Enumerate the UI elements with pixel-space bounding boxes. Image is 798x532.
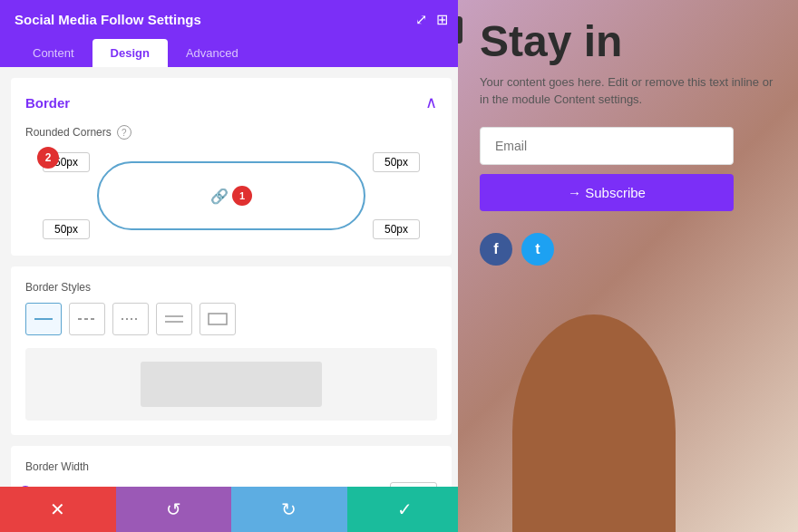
twitter-icon[interactable]: t	[521, 233, 554, 266]
panel-body: Border ∧ Rounded Corners ? 2	[0, 67, 462, 487]
section-header: Border ∧	[25, 92, 437, 112]
corner-br-input[interactable]	[373, 219, 420, 239]
style-double[interactable]	[156, 303, 192, 335]
badge-2: 2	[37, 147, 59, 169]
settings-panel: Social Media Follow Settings ⤢ ⊞ Content…	[0, 0, 462, 532]
bottom-bar: ✕ ↺ ↻ ✓	[0, 487, 462, 532]
help-icon[interactable]: ?	[117, 125, 131, 140]
svg-rect-0	[34, 318, 53, 320]
border-preview-area	[25, 348, 437, 421]
border-preview-inner	[141, 362, 322, 407]
border-style-options	[25, 303, 437, 335]
stay-heading: Stay in	[480, 18, 776, 66]
right-panel-content: Stay in Your content goes here. Edit or …	[458, 0, 798, 284]
email-input[interactable]	[480, 127, 734, 165]
rounded-box: 🔗 1	[97, 161, 365, 230]
tabs-row: Content Design Advanced	[0, 39, 462, 67]
redo-button[interactable]: ↻	[231, 487, 347, 532]
brown-shape	[512, 314, 676, 532]
corner-visualizer: 2 🔗 1	[41, 150, 422, 241]
style-solid[interactable]	[25, 303, 62, 335]
tab-advanced[interactable]: Advanced	[168, 39, 257, 67]
style-dotted[interactable]	[112, 303, 149, 335]
tab-design[interactable]: Design	[92, 39, 168, 67]
border-styles-title: Border Styles	[25, 281, 437, 294]
svg-rect-5	[209, 314, 227, 324]
fullscreen-icon[interactable]: ⤢	[415, 11, 427, 28]
save-button[interactable]: ✓	[347, 487, 463, 532]
rounded-box-container: 🔗 1	[97, 161, 365, 230]
border-width-title: Border Width	[25, 460, 437, 473]
link-badge: 🔗 1	[210, 186, 252, 206]
corner-tr-input[interactable]	[373, 152, 420, 172]
style-groove[interactable]	[200, 303, 236, 335]
style-dashed[interactable]	[69, 303, 105, 335]
right-panel: ✛ ⚙ ⧉ + Stay in Your content goes here. …	[458, 0, 798, 532]
panel-header: Social Media Follow Settings ⤢ ⊞	[0, 0, 462, 39]
border-section-title: Border	[25, 95, 70, 111]
collapse-icon[interactable]: ∧	[425, 92, 437, 112]
corner-bl-input[interactable]	[43, 219, 90, 239]
undo-button[interactable]: ↺	[116, 487, 232, 532]
cancel-button[interactable]: ✕	[0, 487, 116, 532]
border-styles-section: Border Styles	[11, 266, 452, 435]
subscribe-button[interactable]: → Subscribe	[480, 174, 734, 211]
tab-content[interactable]: Content	[15, 39, 92, 67]
toolbar-overlay: ✛ ⚙ ⧉ +	[458, 16, 462, 44]
border-width-section: Border Width	[11, 446, 452, 487]
facebook-icon[interactable]: f	[480, 233, 512, 266]
badge-1: 1	[232, 186, 252, 206]
panel-title: Social Media Follow Settings	[15, 12, 201, 27]
header-icons: ⤢ ⊞	[415, 11, 448, 28]
rounded-corners-label: Rounded Corners ?	[25, 125, 437, 140]
border-section: Border ∧ Rounded Corners ? 2	[11, 78, 452, 256]
social-icons: f t	[480, 233, 776, 266]
columns-icon[interactable]: ⊞	[436, 11, 448, 28]
stay-subtext: Your content goes here. Edit or remove t…	[480, 73, 776, 109]
